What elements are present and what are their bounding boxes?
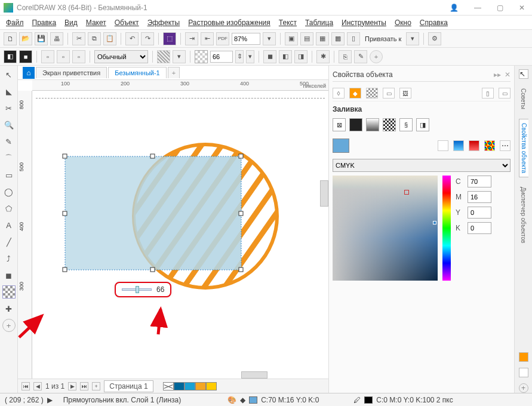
cmyk-y-input[interactable] <box>468 207 491 219</box>
postscript-fill-button[interactable]: ◨ <box>416 118 429 131</box>
crop-tool[interactable]: ✂ <box>2 102 16 115</box>
scroll-mode[interactable]: ▯ <box>482 88 494 99</box>
add-swatch-mini[interactable]: + <box>519 383 528 393</box>
polygon-tool[interactable]: ⬠ <box>2 202 16 215</box>
pattern-fill-button[interactable] <box>383 118 396 131</box>
hue-slider[interactable] <box>442 176 451 281</box>
panel-collapse-icon[interactable]: ▸▸ <box>494 70 501 79</box>
prev-page-button[interactable]: ◀ <box>33 382 42 390</box>
outline-color-button[interactable]: ■ <box>19 50 32 63</box>
grid-button[interactable]: ▤ <box>300 32 313 45</box>
more-options-icon[interactable]: ⋯ <box>500 140 511 151</box>
swatch-none[interactable] <box>163 382 174 390</box>
freeze-button[interactable]: ✱ <box>316 50 330 63</box>
menu-window[interactable]: Окно <box>395 19 411 27</box>
tab-document[interactable]: Безымянный-1 <box>108 67 167 78</box>
swatch-none-mini[interactable] <box>519 368 528 377</box>
menu-edit[interactable]: Правка <box>32 19 57 27</box>
no-fill-button[interactable]: ⊠ <box>333 118 346 131</box>
profile-icon[interactable]: 👤 <box>446 2 462 13</box>
menu-layout[interactable]: Макет <box>86 19 106 27</box>
grid2-button[interactable]: ▩ <box>331 32 345 45</box>
pick-mini-icon[interactable]: ↖ <box>519 69 528 79</box>
paste-button[interactable]: 📋 <box>103 32 116 45</box>
texture-fill-button[interactable]: § <box>399 118 413 131</box>
color-model-select[interactable]: CMYK <box>333 159 511 172</box>
swatch-4[interactable] <box>206 382 217 390</box>
opacity-input[interactable] <box>210 51 233 63</box>
fill-tab[interactable]: ◆ <box>349 88 361 99</box>
cmyk-c-input[interactable] <box>468 176 491 187</box>
home-icon[interactable]: ⌂ <box>23 67 35 79</box>
ellipse-tool[interactable]: ◯ <box>2 185 16 198</box>
fullscreen-button[interactable]: ▣ <box>285 32 298 45</box>
opacity-spin[interactable]: ⇕ <box>235 50 244 63</box>
snap-drop[interactable]: ▾ <box>406 32 419 45</box>
freehand-tool[interactable]: ✎ <box>2 135 16 148</box>
pattern-button[interactable] <box>157 50 170 63</box>
snap-label[interactable]: Привязать к <box>362 35 404 42</box>
artistic-tool[interactable]: ⌒ <box>2 152 16 165</box>
export-button[interactable]: ⇥ <box>185 32 198 45</box>
zoom-drop[interactable]: ▾ <box>263 32 276 45</box>
copy-props-button[interactable]: ⎘ <box>339 50 352 63</box>
noicon3[interactable]: ▫ <box>72 50 85 63</box>
zoom-input[interactable] <box>232 33 260 45</box>
color-marker-2[interactable] <box>433 221 436 224</box>
docker-obj-props[interactable]: Свойства объекта <box>519 119 528 177</box>
cut-button[interactable]: ✂ <box>72 32 85 45</box>
print-button[interactable]: 🖶 <box>50 32 63 45</box>
menu-file[interactable]: Файл <box>6 19 24 27</box>
menu-tools[interactable]: Инструменты <box>342 19 386 27</box>
add-tool[interactable]: + <box>2 319 16 332</box>
frame-tab[interactable]: ▭ <box>383 88 395 99</box>
panel-close-icon[interactable]: ✕ <box>505 70 511 79</box>
docker-obj-manager[interactable]: Диспетчер объектов <box>519 183 528 247</box>
last-page-button[interactable]: ⏭ <box>80 382 88 390</box>
options-button[interactable]: ⚙ <box>428 32 441 45</box>
docker-tips[interactable]: Советы <box>519 85 528 113</box>
opacity-slider[interactable] <box>122 288 152 291</box>
first-page-button[interactable]: ⏮ <box>21 382 30 390</box>
open-button[interactable]: 📂 <box>19 32 32 45</box>
pick-tool[interactable]: ↖ <box>2 68 16 81</box>
opacity-drop[interactable]: ▾ <box>246 50 254 63</box>
swatch-1[interactable] <box>174 382 184 390</box>
scrollbar-horizontal[interactable] <box>241 371 267 379</box>
menu-object[interactable]: Объект <box>115 19 139 27</box>
fountain-fill-button[interactable] <box>366 118 379 131</box>
guides-button[interactable]: ▦ <box>316 32 329 45</box>
menu-bitmaps[interactable]: Растровые изображения <box>188 19 270 27</box>
rectangle-tool[interactable]: ▭ <box>2 168 16 182</box>
color-wheel-icon[interactable]: 🎨 <box>227 396 236 404</box>
noicon1[interactable]: ▫ <box>41 50 54 63</box>
add-page-button[interactable]: + <box>92 382 100 390</box>
noicon2[interactable]: ▫ <box>57 50 70 63</box>
connector-tool[interactable]: ⤴ <box>2 252 16 265</box>
pdf-button[interactable]: PDF <box>216 32 229 45</box>
transparency-tab[interactable] <box>366 88 378 99</box>
color-field[interactable] <box>333 176 438 281</box>
menu-effects[interactable]: Эффекты <box>147 19 180 27</box>
page-tab[interactable]: Страница 1 <box>104 380 153 392</box>
import-button[interactable]: ⬚ <box>163 32 176 45</box>
zoom-tool[interactable]: 🔍 <box>2 118 16 131</box>
align-button[interactable]: ▯ <box>347 32 360 45</box>
undo-button[interactable]: ↶ <box>125 32 139 45</box>
edit-fill-button[interactable]: ◧ <box>4 50 17 63</box>
outline-tab[interactable]: ◊ <box>333 88 345 99</box>
new-button[interactable]: 🗋 <box>4 32 17 45</box>
tab-add[interactable]: + <box>168 67 180 78</box>
menu-text[interactable]: Текст <box>279 19 297 27</box>
dimension-tool[interactable]: ╱ <box>2 235 16 248</box>
eyedropper-tool[interactable]: ✚ <box>2 302 16 315</box>
apply-outline-button[interactable]: ◨ <box>294 50 307 63</box>
save-button[interactable]: 💾 <box>35 32 48 45</box>
scrollbar-vertical[interactable] <box>320 180 328 207</box>
color-marker[interactable] <box>404 190 409 195</box>
swatch-mini[interactable] <box>519 352 528 362</box>
tab-welcome[interactable]: Экран приветствия <box>36 67 107 78</box>
shape-tool[interactable]: ◣ <box>2 85 16 98</box>
color-viewer1-icon[interactable] <box>453 140 464 151</box>
color-palette-icon[interactable] <box>484 140 495 151</box>
